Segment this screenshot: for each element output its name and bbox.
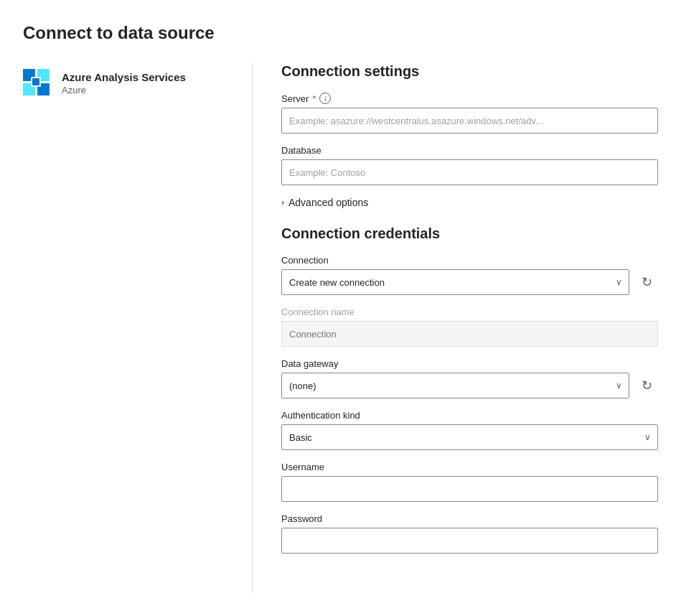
sidebar: Azure Analysis Services Azure xyxy=(23,63,253,593)
auth-kind-select[interactable]: Basic xyxy=(281,424,658,450)
username-input[interactable] xyxy=(281,476,658,502)
connection-select[interactable]: Create new connection xyxy=(281,269,629,295)
advanced-options-toggle[interactable]: › Advanced options xyxy=(281,197,658,208)
advanced-options-chevron-icon: › xyxy=(281,197,284,207)
database-field-group: Database xyxy=(281,145,658,185)
svg-rect-5 xyxy=(32,78,39,85)
service-name: Azure Analysis Services xyxy=(62,71,186,83)
database-input[interactable] xyxy=(281,159,658,185)
data-gateway-field-group: Data gateway (none) ∨ ↻ xyxy=(281,358,658,398)
data-gateway-label: Data gateway xyxy=(281,358,658,369)
connection-name-field-group: Connection name xyxy=(281,307,658,347)
auth-kind-dropdown-wrapper: Basic ∨ xyxy=(281,424,658,450)
connection-name-input[interactable] xyxy=(281,321,658,347)
content-area: Connection settings Server * i Database … xyxy=(253,63,658,593)
sidebar-service-info: Azure Analysis Services Azure xyxy=(62,71,186,95)
sidebar-service-item: Azure Analysis Services Azure xyxy=(23,63,229,103)
connection-settings-title: Connection settings xyxy=(281,63,658,80)
connection-field-group: Connection Create new connection ∨ ↻ xyxy=(281,255,658,295)
connection-name-label: Connection name xyxy=(281,307,658,317)
advanced-options-label: Advanced options xyxy=(288,197,368,208)
connection-dropdown-row: Create new connection ∨ ↻ xyxy=(281,269,658,295)
connection-credentials-title: Connection credentials xyxy=(281,225,658,242)
page-title: Connect to data source xyxy=(23,23,658,43)
username-label: Username xyxy=(281,462,658,472)
auth-kind-label: Authentication kind xyxy=(281,410,658,421)
azure-analysis-services-icon xyxy=(23,69,52,98)
server-field-group: Server * i xyxy=(281,93,658,134)
connection-dropdown-wrapper: Create new connection ∨ xyxy=(281,269,629,295)
username-field-group: Username xyxy=(281,462,658,502)
password-field-group: Password xyxy=(281,513,658,554)
connection-label: Connection xyxy=(281,255,658,266)
password-input[interactable] xyxy=(281,528,658,554)
data-gateway-refresh-button[interactable]: ↻ xyxy=(635,374,658,397)
data-gateway-select[interactable]: (none) xyxy=(281,373,629,398)
server-required-star: * xyxy=(312,93,316,104)
database-label: Database xyxy=(281,145,658,156)
server-info-icon[interactable]: i xyxy=(319,93,331,104)
server-input[interactable] xyxy=(281,108,658,134)
password-label: Password xyxy=(281,513,658,524)
connection-refresh-button[interactable]: ↻ xyxy=(635,271,658,294)
service-sub: Azure xyxy=(62,85,186,95)
data-gateway-dropdown-wrapper: (none) ∨ xyxy=(281,373,629,398)
server-label: Server * i xyxy=(281,93,658,104)
auth-kind-field-group: Authentication kind Basic ∨ xyxy=(281,410,658,450)
data-gateway-dropdown-row: (none) ∨ ↻ xyxy=(281,373,658,398)
